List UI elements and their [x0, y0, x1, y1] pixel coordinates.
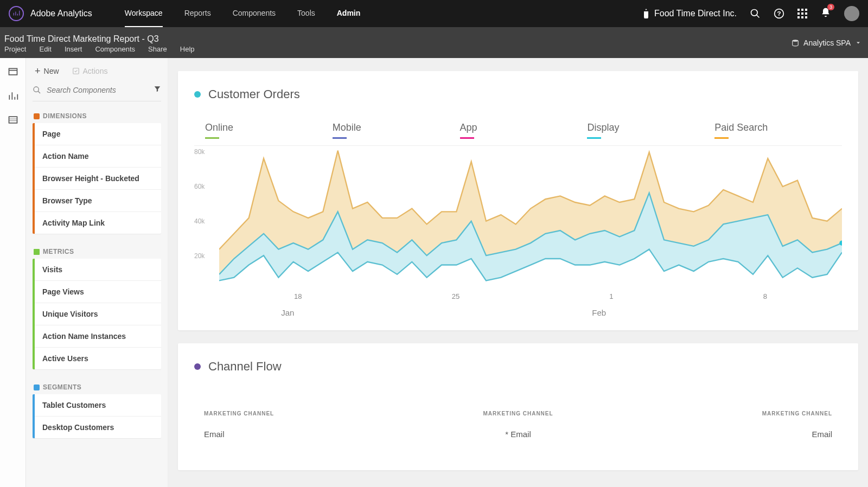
channel-tabs: OnlineMobileAppDisplayPaid Search	[194, 117, 842, 146]
top-nav-admin[interactable]: Admin	[337, 0, 361, 27]
flow-col-header: MARKETING CHANNEL	[413, 411, 623, 416]
metrics-list: VisitsPage ViewsUnique VisitorsAction Na…	[33, 259, 161, 369]
segment-item[interactable]: Tablet Customers	[35, 394, 161, 416]
notification-badge: 3	[827, 4, 834, 10]
menu-project[interactable]: Project	[4, 45, 26, 53]
svg-line-12	[38, 91, 40, 93]
channel-tab-mobile[interactable]: Mobile	[333, 117, 460, 145]
flow-column: MARKETING CHANNELEmail	[623, 411, 832, 439]
orders-chart: 80k60k40k20k 182518 JanFeb	[194, 146, 842, 309]
notifications-icon[interactable]: 3	[820, 7, 831, 20]
panel-title-text: Customer Orders	[208, 87, 300, 101]
top-nav-components[interactable]: Components	[233, 0, 276, 27]
metrics-header: METRICS	[33, 244, 161, 259]
menu-insert[interactable]: Insert	[65, 45, 82, 53]
sub-header: Food Time Direct Marketing Report - Q3 P…	[0, 27, 868, 58]
top-nav: WorkspaceReportsComponentsToolsAdmin	[125, 0, 360, 27]
filter-icon[interactable]	[154, 85, 161, 94]
app-name: Adobe Analytics	[30, 9, 92, 18]
checkbox-icon	[72, 67, 80, 75]
y-axis: 80k60k40k20k	[194, 146, 205, 294]
segments-header: SEGMENTS	[33, 379, 161, 394]
menu-components[interactable]: Components	[95, 45, 135, 53]
metrics-color-icon	[34, 249, 40, 255]
area-chart-svg	[219, 146, 842, 287]
svg-line-1	[757, 15, 760, 18]
visualization-icon[interactable]	[8, 91, 18, 101]
customer-orders-panel: Customer Orders OnlineMobileAppDisplayPa…	[178, 71, 858, 330]
flow-col-header: MARKETING CHANNEL	[623, 411, 832, 416]
dimension-item[interactable]: Action Name	[35, 145, 161, 168]
top-nav-tools[interactable]: Tools	[297, 0, 315, 27]
top-nav-workspace[interactable]: Workspace	[125, 0, 163, 27]
metric-item[interactable]: Page Views	[35, 281, 161, 303]
dimension-item[interactable]: Browser Type	[35, 190, 161, 212]
dimension-item[interactable]: Page	[35, 123, 161, 145]
flow-col-header: MARKETING CHANNEL	[204, 411, 413, 416]
flow-col-value: * Email	[413, 430, 623, 439]
apps-grid-icon[interactable]	[797, 9, 807, 18]
dimensions-header: DIMENSIONS	[33, 108, 161, 123]
components-icon[interactable]	[8, 114, 18, 125]
svg-rect-5	[9, 68, 17, 75]
segments-list: Tablet CustomersDesktop Customers	[33, 394, 161, 438]
menu-help[interactable]: Help	[180, 45, 195, 53]
x-axis: 182518	[219, 289, 842, 300]
components-sidebar: +New Actions DIMENSIONS PageAction NameB…	[26, 58, 168, 487]
report-title: Food Time Direct Marketing Report - Q3	[4, 32, 195, 45]
dimensions-list: PageAction NameBrowser Height - Bucketed…	[33, 123, 161, 234]
search-input[interactable]	[47, 86, 139, 94]
channel-tab-display[interactable]: Display	[587, 117, 714, 145]
dimension-item[interactable]: Browser Height - Bucketed	[35, 168, 161, 190]
flow-column: MARKETING CHANNEL* Email	[413, 411, 623, 439]
panel-dot-icon	[194, 363, 201, 370]
metric-item[interactable]: Active Users	[35, 348, 161, 369]
new-button[interactable]: +New	[35, 67, 59, 75]
search-components	[33, 82, 161, 101]
channel-flow-panel: Channel Flow MARKETING CHANNELEmailMARKE…	[178, 343, 858, 470]
adobe-analytics-logo-icon	[9, 6, 24, 21]
menu-edit[interactable]: Edit	[39, 45, 51, 53]
svg-point-0	[751, 10, 758, 16]
dimensions-color-icon	[34, 113, 40, 119]
actions-button: Actions	[72, 67, 108, 75]
dimension-item[interactable]: Activity Map Link	[35, 212, 161, 234]
pineapple-icon	[642, 9, 650, 18]
metric-item[interactable]: Unique Visitors	[35, 303, 161, 325]
channel-tab-online[interactable]: Online	[205, 117, 333, 145]
channel-tab-app[interactable]: App	[460, 117, 588, 145]
menu-share[interactable]: Share	[148, 45, 167, 53]
database-icon	[792, 39, 799, 47]
left-rail	[0, 58, 26, 487]
channel-tab-paid-search[interactable]: Paid Search	[714, 117, 842, 145]
help-icon[interactable]: ?	[774, 8, 784, 19]
metric-item[interactable]: Action Name Instances	[35, 325, 161, 348]
panel-dot-icon	[194, 91, 201, 98]
svg-rect-7	[9, 117, 17, 123]
panel-icon[interactable]	[8, 67, 18, 78]
top-nav-reports[interactable]: Reports	[184, 0, 211, 27]
svg-text:?: ?	[777, 10, 781, 17]
flow-col-value: Email	[623, 430, 832, 439]
report-suite-selector[interactable]: Analytics SPA	[792, 39, 861, 47]
svg-point-11	[34, 87, 39, 92]
panel-title-text: Channel Flow	[208, 360, 282, 374]
segment-item[interactable]: Desktop Customers	[35, 416, 161, 438]
flow-columns: MARKETING CHANNELEmailMARKETING CHANNEL*…	[194, 389, 842, 441]
segments-color-icon	[34, 385, 40, 390]
flow-col-value: Email	[204, 430, 413, 439]
metric-item[interactable]: Visits	[35, 259, 161, 281]
org-selector[interactable]: Food Time Direct Inc.	[642, 9, 737, 18]
svg-point-4	[793, 40, 799, 42]
flow-column: MARKETING CHANNELEmail	[204, 411, 413, 439]
search-icon[interactable]	[750, 8, 761, 19]
chevron-down-icon	[855, 40, 861, 46]
workspace-canvas: Customer Orders OnlineMobileAppDisplayPa…	[168, 58, 868, 487]
x-axis-months: JanFeb	[219, 300, 842, 317]
top-bar: Adobe Analytics WorkspaceReportsComponen…	[0, 0, 868, 27]
svg-rect-10	[73, 68, 79, 74]
search-icon	[33, 86, 41, 94]
user-avatar[interactable]	[844, 6, 859, 21]
menubar: ProjectEditInsertComponentsShareHelp	[4, 45, 195, 53]
